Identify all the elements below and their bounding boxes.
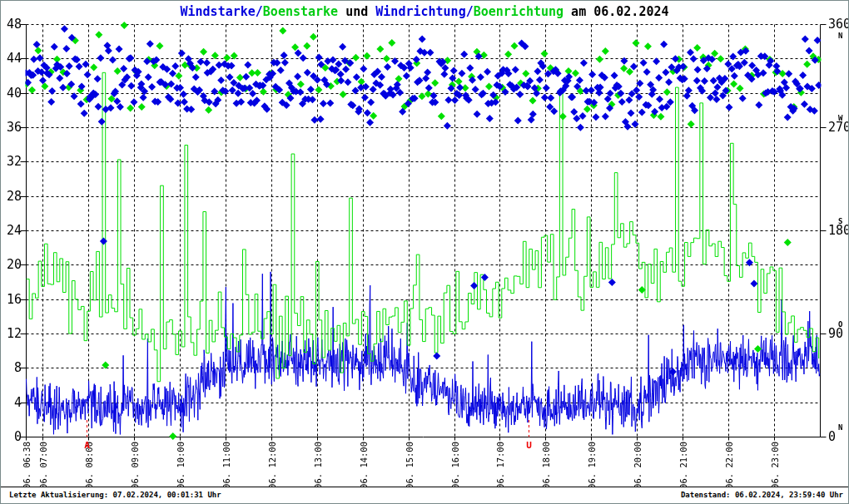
- title-segment-boenrichtung: Boenrichtung: [474, 4, 564, 19]
- last-update-text: Letzte Aktualisierung: 07.02.2024, 00:01…: [1, 487, 221, 502]
- data-state-text: Datenstand: 06.02.2024, 23:59:40 Uhr: [681, 487, 848, 502]
- title-segment-date: am 06.02.2024: [564, 4, 668, 19]
- title-segment-und: und: [338, 4, 375, 19]
- title-segment-boenstarke: Boenstarke: [263, 4, 338, 19]
- weather-chart-page: Windstarke/Boenstarke und Windrichtung/B…: [0, 0, 849, 504]
- title-segment-windstarke: Windstarke/: [180, 4, 262, 19]
- chart-title: Windstarke/Boenstarke und Windrichtung/B…: [1, 4, 848, 19]
- title-segment-windrichtung: Windrichtung/: [375, 4, 473, 19]
- status-bar: Letzte Aktualisierung: 07.02.2024, 00:01…: [1, 487, 848, 503]
- wind-chart-canvas: [1, 1, 849, 488]
